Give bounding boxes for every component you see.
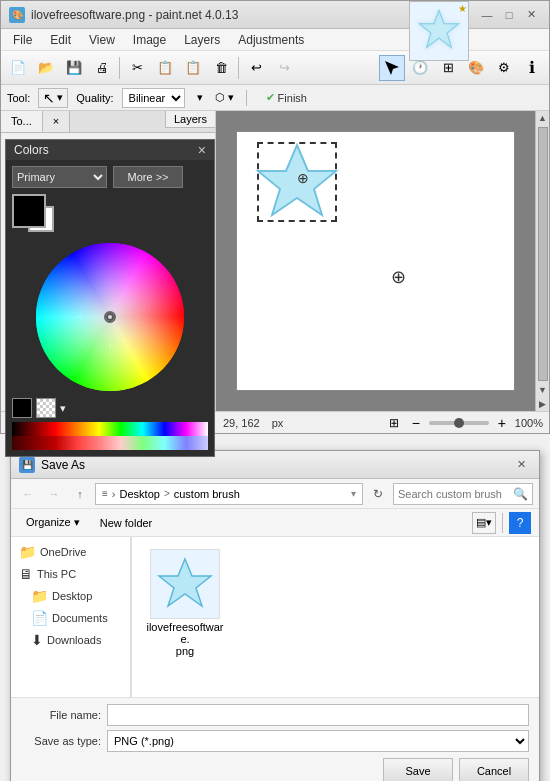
nav-back-btn[interactable]: ← [17,483,39,505]
footer-row-filename: File name: [21,704,529,726]
breadcrumb-custom-brush[interactable]: custom brush [174,488,240,500]
help-button[interactable]: ? [509,512,531,534]
save-button[interactable]: 💾 [61,55,87,81]
colors-title-bar: Colors × [6,140,214,160]
window-title: ilovefreesoftware.png - paint.net 4.0.13 [31,8,238,22]
color-wheel-dot [106,313,114,321]
more-button[interactable]: More >> [113,166,183,188]
toolbar-sep [502,513,503,533]
dialog-close-btn[interactable]: ✕ [511,456,531,474]
sidebar-item-downloads[interactable]: ⬇ Downloads [11,629,130,651]
finish-button[interactable]: ✔ Finish [259,88,314,107]
delete-button[interactable]: 🗑 [208,55,234,81]
zoom-in-btn[interactable]: + [493,414,511,432]
swatch-container [12,194,64,238]
paste-button[interactable]: 📋 [180,55,206,81]
maximize-button[interactable]: □ [499,6,519,24]
dialog-nav: ← → ↑ ≡ › Desktop > custom brush ▾ ↻ 🔍 [11,479,539,509]
sidebar-item-thispc[interactable]: 🖥 This PC [11,563,130,585]
breadcrumb[interactable]: ≡ › Desktop > custom brush ▾ [95,483,363,505]
undo-button[interactable]: ↩ [243,55,269,81]
new-folder-button[interactable]: New folder [93,512,160,534]
color-wheel[interactable] [35,242,185,392]
transparent-swatch[interactable] [36,398,56,418]
zoom-fit-btn[interactable]: ⊞ [385,414,403,432]
breadcrumb-desktop[interactable]: Desktop [120,488,160,500]
file-item[interactable]: ilovefreesoftware.png [140,545,230,661]
scroll-up-btn[interactable]: ▲ [536,111,550,125]
desktop-icon: 📁 [31,588,48,604]
toolbar-select-btn[interactable] [379,55,405,81]
dialog-cancel-button[interactable]: Cancel [459,758,529,781]
menu-edit[interactable]: Edit [42,31,79,49]
savetype-select[interactable]: PNG (*.png) [107,730,529,752]
primary-select[interactable]: Primary [12,166,107,188]
organize-button[interactable]: Organize ▾ [19,512,87,534]
menu-view[interactable]: View [81,31,123,49]
print-button[interactable]: 🖨 [89,55,115,81]
color-palette-row-1[interactable] [12,422,208,436]
dialog-title-left: 💾 Save As [19,457,85,473]
dialog-title-text: Save As [41,458,85,472]
paint-app-icon: 🎨 [9,7,25,23]
filename-input[interactable] [107,704,529,726]
scrollbar-thumb[interactable] [538,127,548,381]
move-cursor-icon: ⊕ [297,170,309,186]
tool-selector[interactable]: ↖ ▾ [38,88,68,108]
close-button[interactable]: ✕ [521,6,541,24]
menu-adjustments[interactable]: Adjustments [230,31,312,49]
swatch-area [12,194,208,238]
view-button[interactable]: ▤ ▾ [472,512,496,534]
refresh-btn[interactable]: ↻ [367,483,389,505]
sidebar-item-onedrive[interactable]: 📁 OneDrive [11,541,130,563]
dialog-icon: 💾 [19,457,35,473]
wheel-container [12,242,208,392]
scroll-down-btn[interactable]: ▼ [536,383,550,397]
zoom-slider[interactable] [429,421,489,425]
nav-up-btn[interactable]: ↑ [69,483,91,505]
search-icon: 🔍 [513,487,528,501]
search-input[interactable] [398,488,513,500]
zoom-percent: 100% [515,417,543,429]
toolbar-gear-btn[interactable]: ⚙ [491,55,517,81]
dialog-save-button[interactable]: Save [383,758,453,781]
downloads-icon: ⬇ [31,632,43,648]
layers-tab[interactable]: Layers [165,111,215,128]
open-button[interactable]: 📂 [33,55,59,81]
toolbar-info-btn[interactable]: ℹ [519,55,545,81]
menu-image[interactable]: Image [125,31,174,49]
color-extra-btn[interactable]: ▾ [60,402,66,415]
black-swatch[interactable] [12,398,32,418]
canvas: ⊕ [236,131,515,391]
colors-close-btn[interactable]: × [198,143,206,157]
paint-window: 🎨 ilovefreesoftware.png - paint.net 4.0.… [0,0,550,434]
quality-select[interactable]: Bilinear [122,88,185,108]
zoom-area: ⊞ − + 100% [385,414,543,432]
cut-button[interactable]: ✂ [124,55,150,81]
sidebar-item-desktop[interactable]: 📁 Desktop [11,585,130,607]
sidebar-item-documents[interactable]: 📄 Documents [11,607,130,629]
tool-tab-close[interactable]: × [43,111,70,132]
colors-body: Primary More >> [6,160,214,456]
menu-file[interactable]: File [5,31,40,49]
sub-toolbar: Tool: ↖ ▾ Quality: Bilinear ▾ ⬡ ▾ ✔ Fini… [1,85,549,111]
primary-color-swatch[interactable] [12,194,46,228]
documents-icon: 📄 [31,610,48,626]
color-palette-row-2[interactable] [12,436,208,450]
title-bar: 🎨 ilovefreesoftware.png - paint.net 4.0.… [1,1,549,29]
minimize-button[interactable]: — [477,6,497,24]
scroll-right-arrow[interactable]: ▶ [536,397,550,411]
tool-tab-active[interactable]: To... [1,111,43,132]
colors-row-top: Primary More >> [12,166,208,188]
dialog-toolbar: Organize ▾ New folder ▤ ▾ ? [11,509,539,537]
canvas-move-cursor: ⊕ [391,266,406,288]
breadcrumb-sep: > [164,488,170,499]
new-button[interactable]: 📄 [5,55,31,81]
nav-forward-btn[interactable]: → [43,483,65,505]
toolbar-sep-2 [238,57,239,79]
dialog-main: 📁 OneDrive 🖥 This PC 📁 Desktop 📄 Documen… [11,537,539,697]
zoom-out-btn[interactable]: − [407,414,425,432]
copy-button[interactable]: 📋 [152,55,178,81]
menu-layers[interactable]: Layers [176,31,228,49]
redo-button[interactable]: ↪ [271,55,297,81]
